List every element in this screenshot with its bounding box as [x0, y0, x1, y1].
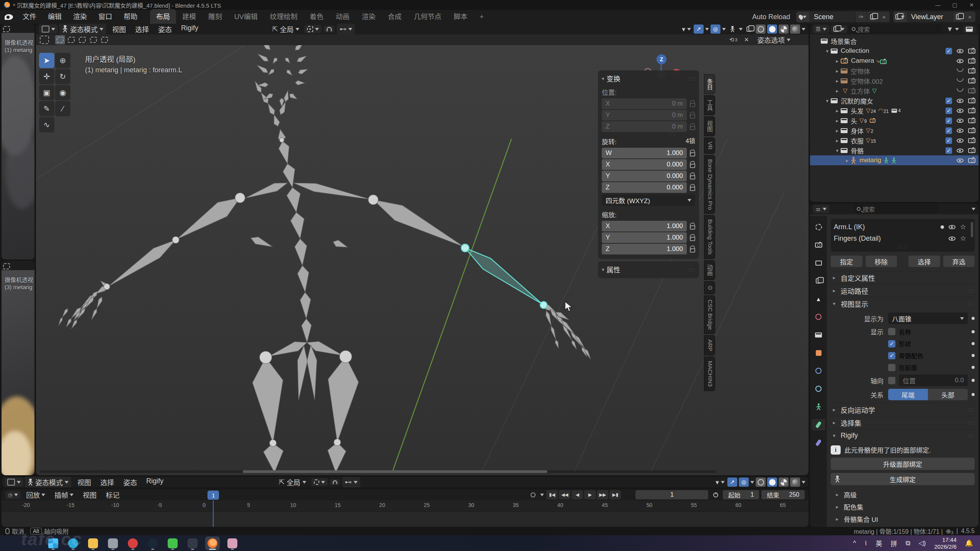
clock[interactable]: 17:44 2026/2/6 — [934, 536, 956, 550]
animate-dot[interactable] — [972, 379, 975, 382]
disable-render-icon[interactable] — [968, 59, 975, 64]
bone[interactable] — [575, 335, 585, 349]
microphone-icon[interactable]: ⌇ — [864, 540, 867, 547]
taskbar-app-snipping[interactable] — [225, 536, 240, 550]
outliner-row-衣服[interactable]: ▸衣服▽15✓ — [810, 135, 978, 145]
rigify-subsection-骨骼集合 UI[interactable]: ▸骨骼集合 UI — [831, 513, 975, 525]
hide-eye-icon[interactable] — [957, 109, 964, 113]
bone[interactable] — [328, 357, 359, 442]
n-panel-tab-ARP[interactable]: ARP — [704, 335, 715, 355]
hide-eye-icon[interactable] — [957, 148, 964, 153]
disable-render-off-icon[interactable] — [968, 88, 975, 93]
jump-end-button[interactable]: ▶▮ — [609, 490, 621, 499]
custom-properties-section[interactable]: ▸自定义属性 — [831, 271, 975, 284]
bottom-viewport-menu-姿态[interactable]: 姿态 — [119, 477, 142, 487]
prev-keyframe-button[interactable]: ◀◀ — [559, 490, 570, 499]
properties-tab-view-layer[interactable] — [812, 275, 825, 287]
disable-render-icon[interactable] — [968, 158, 975, 163]
timeline-menu-回放[interactable]: 回放 — [21, 489, 50, 500]
camera-view-editor-1[interactable]: 摄像机透视 (1) metarig — [2, 24, 34, 259]
checkbox-名称[interactable] — [888, 328, 895, 335]
play-button[interactable]: ▶ — [584, 490, 596, 499]
outliner-row-身体[interactable]: ▸身体▽2✓ — [810, 126, 978, 135]
transform-orientation[interactable]: ⇱全局 — [276, 477, 309, 487]
snap-magnet-button[interactable] — [324, 26, 335, 33]
generate-rig-button[interactable]: 生成绑定 — [831, 473, 975, 485]
menu-窗口[interactable]: 窗口 — [93, 11, 118, 23]
hide-eye-closed-icon[interactable] — [957, 88, 964, 92]
bone[interactable] — [295, 45, 304, 50]
bone-groups-list[interactable]: Arm.L (IK)☆Fingers (Detail)☆::::: — [831, 219, 975, 252]
bone-collection-item[interactable]: Fingers (Detail)☆ — [834, 233, 972, 244]
n-panel-tab-CSC Bridge[interactable]: CSC Bridge — [704, 295, 715, 334]
hide-eye-icon[interactable] — [957, 99, 964, 103]
location-y-lock-icon[interactable] — [690, 114, 695, 119]
bone[interactable] — [297, 346, 307, 400]
checkbox-骨骼配色[interactable]: ✓ — [888, 352, 895, 359]
tweak-select-tool[interactable]: ➤ — [39, 53, 54, 68]
bone[interactable] — [291, 212, 304, 239]
select-mode-new-icon[interactable] — [55, 35, 65, 44]
outliner-row-Camera[interactable]: ▸Camera⤷ — [810, 56, 978, 66]
new-viewlayer-icon[interactable] — [952, 11, 964, 22]
outliner-row-metarig[interactable]: ▸metarig — [810, 155, 978, 165]
gizmo-z-axis[interactable]: Z — [657, 54, 666, 64]
bone[interactable] — [284, 90, 289, 102]
bone[interactable] — [72, 320, 77, 329]
location-z-lock-icon[interactable] — [690, 126, 695, 130]
bone[interactable] — [287, 187, 301, 212]
bone[interactable] — [265, 93, 273, 99]
editor-type-icon[interactable] — [3, 263, 10, 269]
properties-tab-physics[interactable] — [812, 365, 825, 377]
show-gizmo-icon[interactable]: ↗ — [727, 478, 737, 487]
properties-tab-constraints[interactable] — [812, 383, 825, 395]
rotation-y-lock-icon[interactable] — [690, 175, 695, 179]
disable-render-icon[interactable] — [968, 78, 975, 83]
menu-渲染[interactable]: 渲染 — [67, 11, 93, 23]
bone[interactable] — [91, 308, 97, 320]
select-mode-extend-icon[interactable] — [66, 35, 76, 44]
exclude-checkbox[interactable]: ✓ — [946, 108, 952, 114]
selected-joint[interactable] — [540, 302, 547, 308]
jump-start-button[interactable]: ▮◀ — [546, 490, 558, 499]
bone[interactable] — [261, 45, 270, 50]
transform-orientation[interactable]: ⇱全局 — [270, 24, 302, 35]
disable-render-icon[interactable] — [968, 68, 975, 73]
camera-view-content-2[interactable]: 摄像机透视 (3) metarig — [2, 270, 34, 475]
workspace-tab-几何节点[interactable]: 几何节点 — [408, 9, 448, 24]
bone[interactable] — [279, 141, 289, 164]
relation-option-头部[interactable]: 头部 — [928, 389, 968, 400]
ime-lang-en[interactable]: 英 — [876, 538, 882, 548]
show-overlays-icon[interactable]: ◎ — [710, 24, 720, 34]
rigify-subsection-配色集[interactable]: ▸配色集 — [831, 500, 975, 513]
select-mode-intersect-icon[interactable] — [100, 35, 109, 44]
properties-tab-bone-constraint[interactable] — [812, 437, 825, 448]
viewlayer-name[interactable]: ViewLayer — [906, 13, 952, 21]
viewport-canvas[interactable]: 用户透视 (局部) (1) metarig | metarig : forear… — [36, 45, 808, 475]
shading-material-icon[interactable] — [779, 478, 789, 487]
disable-render-icon[interactable] — [968, 108, 975, 113]
bone[interactable] — [297, 266, 309, 292]
hide-eye-icon[interactable] — [957, 119, 964, 123]
joint[interactable] — [235, 193, 245, 203]
bone[interactable] — [297, 56, 307, 62]
checkbox-在前面[interactable] — [888, 364, 895, 371]
outliner-row-立方体[interactable]: ▸▽立方体▽ — [810, 86, 978, 96]
bone[interactable] — [62, 308, 68, 317]
scale-z-lock-icon[interactable] — [690, 248, 695, 253]
bone[interactable] — [97, 297, 102, 308]
bone[interactable] — [289, 94, 297, 99]
outliner-row-场景集合[interactable]: 场景集合 — [810, 36, 978, 46]
exclude-checkbox[interactable]: ✓ — [946, 117, 952, 124]
motion-paths-section[interactable]: ▸运动路径:::: — [831, 284, 975, 297]
timeline-editor-type-button[interactable]: ◷ — [5, 491, 21, 499]
bone[interactable] — [333, 240, 348, 247]
camera-view-editor-2[interactable]: 摄像机透视 (3) metarig — [2, 261, 34, 475]
frame-start-field[interactable]: 起始1 — [723, 490, 759, 499]
bone[interactable] — [328, 442, 346, 473]
bone[interactable] — [551, 326, 556, 340]
n-panel-tab-视图[interactable]: 视图 — [704, 116, 715, 136]
bone[interactable] — [251, 237, 273, 247]
hide-eye-icon[interactable] — [957, 49, 964, 53]
bone[interactable] — [274, 115, 280, 126]
